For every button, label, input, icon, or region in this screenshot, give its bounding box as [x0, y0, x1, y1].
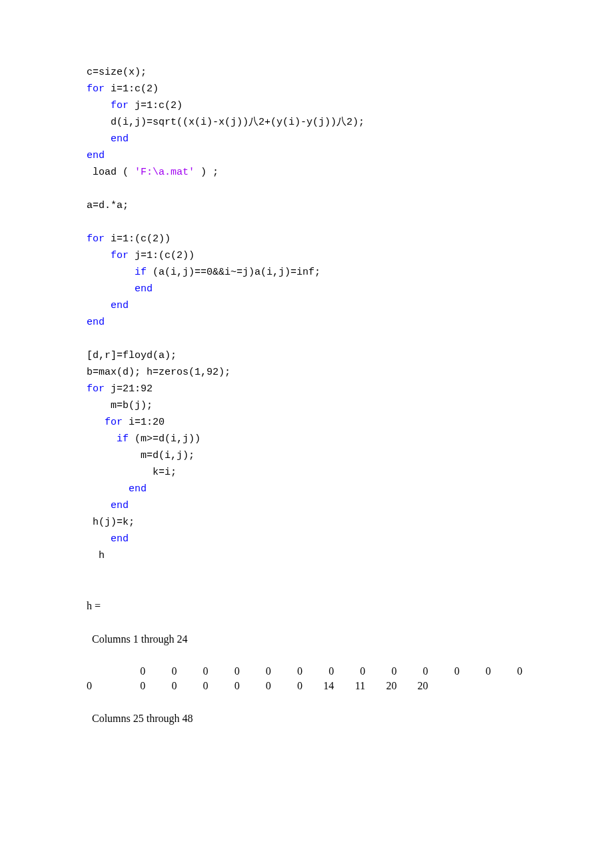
output-cell: 0: [306, 664, 338, 679]
code-text: ) ;: [195, 167, 219, 178]
keyword-if: if: [87, 433, 129, 445]
code-line: k=i;: [87, 464, 526, 481]
keyword-end: end: [87, 297, 526, 314]
output-columns-header: Columns 25 through 48: [87, 710, 526, 727]
output-row: 000000014112020: [87, 679, 526, 693]
output-cell: 0: [149, 664, 181, 679]
output-cell: 0: [118, 679, 149, 693]
output-cell: 0: [464, 664, 495, 679]
output-cell: 0: [181, 679, 212, 693]
keyword-for: for: [87, 233, 105, 245]
output-cell: 0: [244, 664, 275, 679]
code-line: if (m>=d(i,j)): [87, 431, 526, 447]
output-cell: [87, 664, 118, 679]
keyword-if: if: [87, 267, 147, 278]
code-line: load ( 'F:\a.mat' ) ;: [87, 164, 526, 181]
keyword-for: for: [87, 417, 123, 428]
code-line: h: [87, 547, 526, 564]
output-cell: 0: [495, 664, 526, 679]
keyword-end: end: [87, 481, 526, 497]
code-line: for j=21:92: [87, 381, 526, 397]
output-cell: [495, 679, 526, 693]
code-line: if (a(i,j)==0&&i~=j)a(i,j)=inf;: [87, 264, 526, 281]
output-cell: 0: [275, 679, 306, 693]
code-line: c=size(x);: [87, 64, 526, 81]
output-cell: 0: [244, 679, 275, 693]
output-cell: 0: [213, 664, 244, 679]
keyword-for: for: [87, 250, 129, 261]
output-cell: 11: [338, 679, 369, 693]
output-row: 0000000000000: [87, 664, 526, 679]
output-cell: 0: [275, 664, 306, 679]
output-cell: 0: [181, 664, 212, 679]
code-line: for j=1:(c(2)): [87, 247, 526, 264]
keyword-end: end: [87, 147, 526, 164]
output-cell: 0: [338, 664, 369, 679]
code-line: for j=1:c(2): [87, 97, 526, 114]
output-cell: 0: [432, 664, 464, 679]
output-cell: 0: [87, 679, 118, 693]
keyword-for: for: [87, 383, 105, 395]
output-array-block-1: 0000000000000 000000014112020: [87, 664, 526, 693]
code-line: for i=1:(c(2)): [87, 231, 526, 247]
code-text: (m>=d(i,j)): [129, 433, 201, 445]
output-cell: 0: [213, 679, 244, 693]
keyword-end: end: [87, 131, 526, 147]
code-line: d(i,j)=sqrt((x(i)-x(j))八2+(y(i)-y(j))八2)…: [87, 114, 526, 131]
keyword-end: end: [87, 281, 526, 297]
output-cell: 0: [149, 679, 181, 693]
code-line: m=b(j);: [87, 397, 526, 414]
code-text: j=21:92: [105, 383, 153, 395]
output-var-h: h =: [87, 597, 526, 614]
code-line: h(j)=k;: [87, 514, 526, 531]
code-line: b=max(d); h=zeros(1,92);: [87, 364, 526, 381]
output-cell: [432, 679, 464, 693]
code-text: i=1:20: [123, 417, 165, 428]
keyword-end: end: [87, 531, 526, 547]
code-line: for i=1:20: [87, 414, 526, 431]
output-cell: 0: [369, 664, 400, 679]
string-literal: 'F:\a.mat': [135, 167, 195, 178]
code-text: j=1:(c(2)): [129, 250, 195, 261]
output-cell: 20: [400, 679, 432, 693]
code-line: [d,r]=floyd(a);: [87, 347, 526, 364]
output-cell: 0: [118, 664, 149, 679]
keyword-end: end: [87, 497, 526, 514]
code-line: for i=1:c(2): [87, 81, 526, 97]
output-cell: [464, 679, 495, 693]
output-cell: 0: [400, 664, 432, 679]
code-text: i=1:(c(2)): [105, 233, 171, 245]
code-text: i=1:c(2): [105, 83, 159, 95]
output-cell: 20: [369, 679, 400, 693]
code-line: m=d(i,j);: [87, 447, 526, 464]
code-text: load (: [87, 167, 135, 178]
keyword-for: for: [87, 83, 105, 95]
keyword-end: end: [87, 314, 526, 331]
output-columns-header: Columns 1 through 24: [87, 631, 526, 647]
code-text: j=1:c(2): [129, 100, 183, 111]
keyword-for: for: [87, 100, 129, 111]
code-line: a=d.*a;: [87, 197, 526, 214]
code-text: (a(i,j)==0&&i~=j)a(i,j)=inf;: [147, 267, 320, 278]
output-cell: 14: [306, 679, 338, 693]
